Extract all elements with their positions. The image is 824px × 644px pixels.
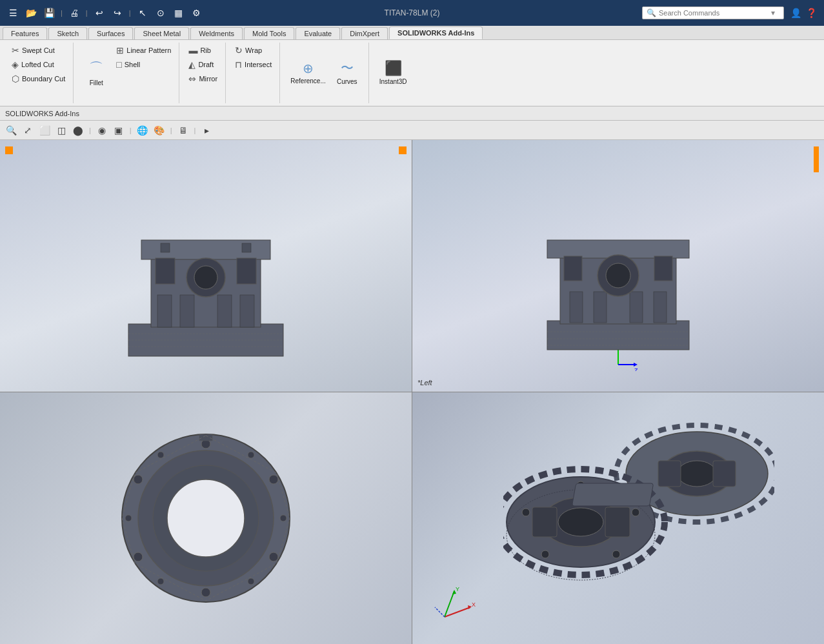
search-dropdown-icon[interactable]: ▾ xyxy=(771,8,775,17)
arrows-icon[interactable]: ⤢ xyxy=(21,123,35,137)
svg-rect-12 xyxy=(237,258,256,284)
lofted-cut-button[interactable]: ◈ Lofted Cut xyxy=(9,58,68,71)
intersect-button[interactable]: ⊓ Intersect xyxy=(232,58,274,71)
print-button[interactable]: 🖨 xyxy=(66,5,82,21)
open-button[interactable]: 📂 xyxy=(23,5,39,21)
svg-point-51 xyxy=(157,452,164,458)
boundary-cut-button[interactable]: ⬡ Boundary Cut xyxy=(9,72,68,85)
svg-point-77 xyxy=(522,508,530,516)
svg-rect-5 xyxy=(217,295,232,327)
gear-model xyxy=(503,392,774,629)
linear-pattern-button[interactable]: ⊞ Linear Pattern xyxy=(114,44,174,57)
wrap-icon: ↻ xyxy=(235,45,243,55)
cut-buttons-col: ✂ Swept Cut ◈ Lofted Cut ⬡ Boundary Cut xyxy=(9,44,68,102)
ribbon-content: ✂ Swept Cut ◈ Lofted Cut ⬡ Boundary Cut xyxy=(0,40,824,106)
tab-surfaces[interactable]: Surfaces xyxy=(88,27,133,39)
svg-rect-28 xyxy=(654,292,667,323)
svg-rect-10 xyxy=(242,243,251,252)
svg-rect-52 xyxy=(199,434,212,441)
tab-addins[interactable]: SOLIDWORKS Add-Ins xyxy=(389,26,483,39)
ribbon-group-rib: ▬ Rib ◭ Draft ⇔ Mirror xyxy=(181,43,226,103)
save-button[interactable]: 💾 xyxy=(41,5,57,21)
help-account-button[interactable]: 👤 xyxy=(788,5,803,21)
orange-marker xyxy=(814,146,819,172)
svg-point-48 xyxy=(248,578,254,585)
ribbon-group-wrap: ↻ Wrap ⊓ Intersect xyxy=(227,43,280,103)
curves-button[interactable]: 〜 Curves xyxy=(331,44,363,102)
color-icon[interactable]: 🎨 xyxy=(152,123,166,137)
more-icon[interactable]: ▸ xyxy=(199,123,214,137)
intersect-icon: ⊓ xyxy=(235,59,242,70)
viewport-label-left: *Left xyxy=(417,379,432,387)
search-bar[interactable]: 🔍 ▾ xyxy=(642,6,784,19)
fillet-button[interactable]: ⌒ Fillet xyxy=(80,44,112,102)
tab-features[interactable]: Features xyxy=(3,27,47,39)
svg-point-8 xyxy=(194,266,217,289)
sphere-icon[interactable]: ⬤ xyxy=(71,123,85,137)
feature-toolbar: 🔍 ⤢ ⬜ ◫ ⬤ | ◉ ▣ | 🌐 🎨 | 🖥 | ▸ xyxy=(0,121,824,140)
shell-button[interactable]: □ Shell xyxy=(114,58,174,71)
svg-point-74 xyxy=(632,508,639,516)
hidden-icon[interactable]: ◫ xyxy=(54,123,68,137)
display2-icon[interactable]: ▣ xyxy=(112,123,126,137)
swept-cut-button[interactable]: ✂ Swept Cut xyxy=(9,44,68,57)
settings-button[interactable]: ⚙ xyxy=(189,5,205,21)
tab-mold-tools[interactable]: Mold Tools xyxy=(244,27,294,39)
grid-button[interactable]: ▦ xyxy=(171,5,186,21)
window-title: TITAN-78LM (2) xyxy=(385,8,440,17)
ring-model xyxy=(109,421,303,615)
viewport-grid: *Left Y Z xyxy=(0,140,824,644)
viewport-bottom-right[interactable]: X Y xyxy=(412,392,824,644)
corner-tr xyxy=(399,146,407,154)
corner-tl xyxy=(5,146,13,154)
tab-sketch[interactable]: Sketch xyxy=(48,27,87,39)
instant3d-icon: ⬛ xyxy=(385,60,402,77)
ribbon-group-cuts: ✂ Swept Cut ◈ Lofted Cut ⬡ Boundary Cut xyxy=(4,43,74,103)
wrap-button[interactable]: ↻ Wrap xyxy=(232,44,274,57)
svg-point-43 xyxy=(201,588,210,597)
display1-icon[interactable]: ◉ xyxy=(95,123,109,137)
front-model xyxy=(116,169,296,363)
tab-dimxpert[interactable]: DimXpert xyxy=(341,27,388,39)
linear-pattern-icon: ⊞ xyxy=(116,45,124,55)
rib-button[interactable]: ▬ Rib xyxy=(186,44,220,57)
instant3d-button[interactable]: ⬛ Instant3D xyxy=(376,44,411,102)
svg-rect-9 xyxy=(161,243,170,252)
svg-point-42 xyxy=(269,552,278,561)
tab-sheet-metal[interactable]: Sheet Metal xyxy=(134,27,189,39)
svg-text:Y: Y xyxy=(456,586,459,592)
svg-rect-4 xyxy=(180,295,194,327)
monitor-icon[interactable]: 🖥 xyxy=(176,123,190,137)
ribbon-group-fillet: ⌒ Fillet ⊞ Linear Pattern □ Shell xyxy=(75,43,179,103)
svg-point-41 xyxy=(269,475,278,484)
svg-point-76 xyxy=(541,550,549,558)
viewport-top-left[interactable] xyxy=(0,140,412,392)
svg-rect-71 xyxy=(532,507,557,537)
viewport-bottom-left[interactable] xyxy=(0,392,412,644)
draft-button[interactable]: ◭ Draft xyxy=(186,58,220,71)
svg-rect-6 xyxy=(240,295,254,327)
svg-point-50 xyxy=(125,515,132,521)
cursor-button[interactable]: ↖ xyxy=(135,5,150,21)
search-feat-icon[interactable]: 🔍 xyxy=(4,123,18,137)
mirror-button[interactable]: ⇔ Mirror xyxy=(186,72,220,85)
viewport-top-right[interactable]: *Left Y Z xyxy=(412,140,824,392)
svg-rect-66 xyxy=(713,461,736,487)
redo-button[interactable]: ↪ xyxy=(110,5,125,21)
tab-weldments[interactable]: Weldments xyxy=(190,27,243,39)
new-button[interactable]: ☰ xyxy=(5,5,21,21)
titlebar-toolbar: ☰ 📂 💾 | 🖨 | ↩ ↪ | ↖ ⊙ ▦ ⚙ xyxy=(5,5,205,21)
dot-button[interactable]: ⊙ xyxy=(153,5,168,21)
box-icon[interactable]: ⬜ xyxy=(37,123,52,137)
svg-point-44 xyxy=(134,552,143,561)
svg-rect-26 xyxy=(594,292,607,323)
undo-button[interactable]: ↩ xyxy=(92,5,107,21)
tab-evaluate[interactable]: Evaluate xyxy=(296,27,340,39)
search-input[interactable] xyxy=(659,9,769,17)
addins-label: SOLIDWORKS Add-Ins xyxy=(5,110,79,117)
svg-rect-31 xyxy=(564,256,582,281)
reference-icon: ⊕ xyxy=(303,61,314,76)
globe-icon[interactable]: 🌐 xyxy=(136,123,150,137)
reference-button[interactable]: ⊕ Reference... xyxy=(286,44,329,102)
help-question-button[interactable]: ❓ xyxy=(803,5,819,21)
